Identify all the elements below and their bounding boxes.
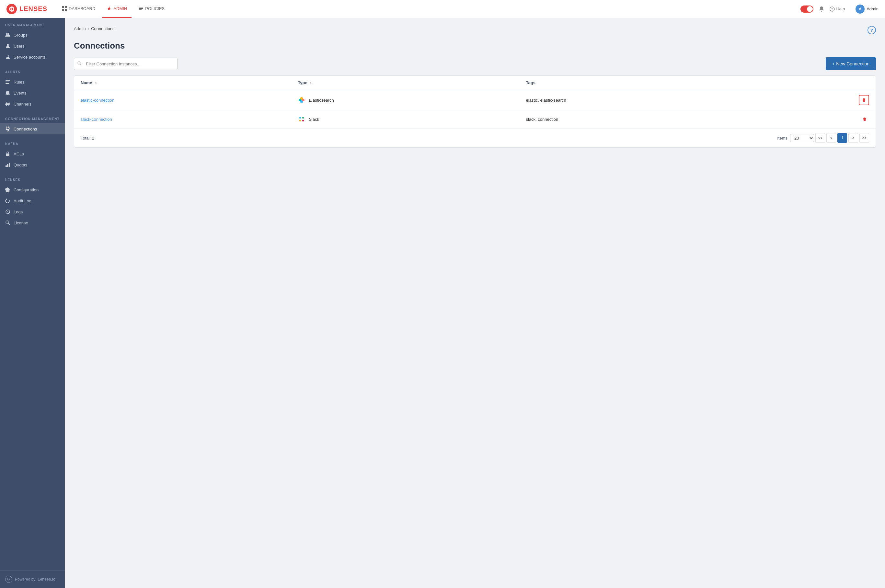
- sidebar-item-acls[interactable]: ACLs: [0, 148, 65, 159]
- pagination: Items 20 10 50 100 << < 1 > >>: [777, 133, 869, 143]
- sidebar-footer-text: Powered by: Lenses.io: [15, 577, 56, 582]
- section-title-connection-management: CONNECTION MANAGEMENT: [0, 117, 65, 123]
- nav-policies[interactable]: POLICIES: [134, 0, 169, 18]
- sidebar-item-configuration[interactable]: Configuration: [0, 184, 65, 195]
- sidebar-item-channels[interactable]: Channels: [0, 98, 65, 110]
- items-per-page-selector: Items 20 10 50 100: [777, 134, 814, 142]
- sidebar-item-license[interactable]: License: [0, 217, 65, 228]
- top-nav: LENSES DASHBOARD ADMIN POLICIES ?: [0, 0, 885, 18]
- svg-rect-20: [6, 153, 9, 156]
- sidebar-label-events: Events: [14, 91, 27, 96]
- notifications-icon[interactable]: [819, 6, 825, 12]
- cell-name-slack: slack-connection: [74, 110, 291, 129]
- sidebar-item-groups[interactable]: Groups: [0, 30, 65, 40]
- search-input[interactable]: [74, 58, 177, 70]
- search-icon: [77, 61, 82, 67]
- svg-rect-4: [65, 6, 67, 8]
- pagination-last[interactable]: >>: [859, 133, 869, 143]
- refresh-icon: [5, 198, 11, 203]
- svg-rect-22: [7, 164, 8, 167]
- sidebar-item-users[interactable]: Users: [0, 40, 65, 51]
- sidebar-label-audit-log: Audit Log: [14, 198, 32, 203]
- sidebar-item-quotas[interactable]: Quotas: [0, 159, 65, 170]
- svg-rect-8: [139, 8, 143, 9]
- pagination-prev[interactable]: <: [826, 133, 836, 143]
- sort-type-icons[interactable]: ↑↓: [310, 82, 313, 84]
- elastic-connection-link[interactable]: elastic-connection: [81, 98, 114, 103]
- col-header-name: Name ↑↓: [74, 76, 291, 90]
- sidebar-label-configuration: Configuration: [14, 188, 39, 192]
- sidebar-label-quotas: Quotas: [14, 162, 27, 167]
- sidebar-label-users: Users: [14, 44, 25, 49]
- user-avatar: A: [855, 4, 865, 14]
- type-cell-elastic: Elasticsearch: [298, 96, 513, 104]
- toggle-button[interactable]: [801, 6, 813, 13]
- svg-rect-9: [139, 9, 141, 10]
- svg-rect-7: [139, 7, 143, 8]
- pagination-current[interactable]: 1: [837, 133, 847, 143]
- svg-point-13: [8, 33, 9, 35]
- search-wrapper: [74, 58, 177, 70]
- powered-by-icon: ⟳: [5, 576, 12, 583]
- sidebar-label-connections: Connections: [14, 127, 37, 132]
- nav-right: ? Help A Admin: [801, 4, 879, 14]
- sidebar-item-logs[interactable]: Logs: [0, 206, 65, 217]
- svg-rect-16: [7, 56, 8, 57]
- person-badge-icon: [5, 54, 11, 60]
- sidebar-item-rules[interactable]: Rules: [0, 76, 65, 87]
- person-icon: [5, 44, 11, 49]
- svg-point-29: [299, 99, 301, 101]
- svg-rect-23: [9, 163, 10, 167]
- sidebar-item-events[interactable]: Events: [0, 87, 65, 98]
- main-layout: USER MANAGEMENT Groups Users: [0, 18, 885, 588]
- svg-rect-3: [62, 6, 64, 8]
- chart-icon: [5, 162, 11, 167]
- svg-rect-33: [299, 120, 301, 122]
- sidebar: USER MANAGEMENT Groups Users: [0, 18, 65, 588]
- breadcrumb-current: Connections: [91, 26, 114, 31]
- items-label: Items: [777, 136, 787, 141]
- delete-slack-button[interactable]: [860, 115, 869, 124]
- table-row: slack-connection: [74, 110, 876, 129]
- user-menu[interactable]: A Admin: [855, 4, 879, 14]
- sidebar-label-channels: Channels: [14, 102, 32, 106]
- slack-icon: [298, 115, 305, 123]
- logo-icon: [6, 4, 17, 14]
- sidebar-item-service-accounts[interactable]: Service accounts: [0, 51, 65, 63]
- svg-point-26: [78, 62, 80, 64]
- sidebar-label-acls: ACLs: [14, 152, 24, 156]
- nav-dashboard[interactable]: DASHBOARD: [58, 0, 100, 18]
- type-cell-slack: Slack: [298, 115, 513, 123]
- pagination-next[interactable]: >: [848, 133, 858, 143]
- sidebar-section-user-management: USER MANAGEMENT Groups Users: [0, 18, 65, 65]
- section-title-lenses: LENSES: [0, 178, 65, 184]
- people-icon: [5, 32, 11, 38]
- svg-point-14: [7, 44, 9, 46]
- help-button[interactable]: ? Help: [829, 6, 845, 12]
- new-connection-button[interactable]: + New Connection: [826, 57, 876, 70]
- cell-actions-slack: [767, 110, 876, 129]
- svg-point-2: [11, 8, 12, 10]
- items-per-page-select[interactable]: 20 10 50 100: [790, 134, 814, 142]
- page-help-button[interactable]: ?: [867, 26, 876, 34]
- table-body: elastic-connection: [74, 90, 876, 128]
- pagination-first[interactable]: <<: [815, 133, 825, 143]
- sidebar-section-lenses: LENSES Configuration Audit Log: [0, 173, 65, 231]
- toolbar: + New Connection: [74, 57, 876, 70]
- delete-elastic-button[interactable]: [859, 95, 869, 105]
- type-label-slack: Slack: [309, 117, 319, 122]
- sort-name-icons[interactable]: ↑↓: [95, 82, 98, 84]
- slack-connection-link[interactable]: slack-connection: [81, 117, 112, 122]
- svg-rect-21: [6, 165, 7, 167]
- cell-name-elastic: elastic-connection: [74, 90, 291, 110]
- svg-point-25: [6, 221, 8, 224]
- sidebar-item-audit-log[interactable]: Audit Log: [0, 195, 65, 206]
- breadcrumb-parent[interactable]: Admin: [74, 26, 86, 31]
- sidebar-item-connections[interactable]: Connections: [0, 123, 65, 134]
- section-title-kafka: KAFKA: [0, 142, 65, 148]
- breadcrumb: Admin › Connections: [74, 26, 114, 31]
- nav-admin[interactable]: ADMIN: [102, 0, 132, 18]
- cell-type-slack: Slack: [291, 110, 519, 129]
- bell-icon: [5, 90, 11, 96]
- breadcrumb-separator: ›: [88, 26, 89, 31]
